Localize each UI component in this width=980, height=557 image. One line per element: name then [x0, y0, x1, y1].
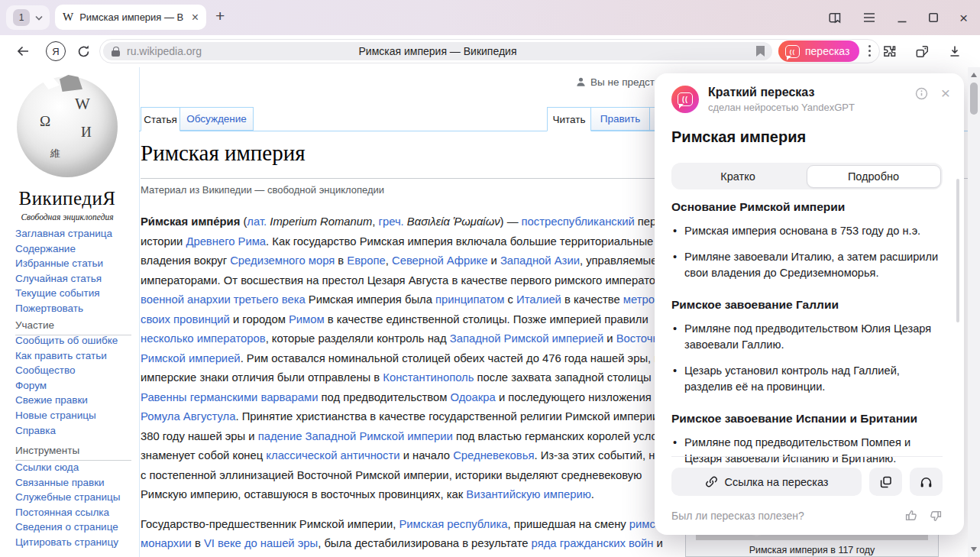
summary-link-button[interactable]: Ссылка на пересказ [671, 468, 862, 496]
user-icon [575, 76, 587, 88]
toggle-brief[interactable]: Кратко [671, 163, 804, 189]
sidebar-item-page-info[interactable]: Сведения о странице [15, 520, 120, 535]
retell-label: пересказ [805, 45, 849, 57]
copy-icon [879, 475, 893, 489]
page-scrollbar[interactable] [968, 67, 980, 557]
retell-button[interactable]: (( пересказ [778, 40, 859, 62]
tab-discussion[interactable]: Обсуждение [180, 107, 254, 131]
headphones-icon [919, 475, 933, 489]
sidebar-item-cite-page[interactable]: Цитировать страницу [15, 535, 120, 550]
side-panel-icon[interactable] [828, 11, 842, 24]
chevron-down-icon [35, 15, 43, 21]
wikipedia-favicon: W [63, 11, 73, 24]
url-field[interactable]: ru.wikipedia.org Римская империя — Викип… [103, 42, 772, 60]
browser-tab[interactable]: W Римская империя — В × [55, 5, 206, 30]
wikipedia-globe-logo[interactable]: W Ω И 維 [17, 76, 118, 177]
infobox-caption: Римская империя в 117 году [686, 545, 938, 555]
tab-article[interactable]: Статья [141, 107, 180, 131]
info-icon[interactable] [914, 86, 929, 101]
collections-icon[interactable] [915, 44, 930, 59]
sidebar-item-special-pages[interactable]: Служебные страницы [15, 490, 120, 505]
tab-group-button[interactable]: 1 [6, 5, 50, 30]
copy-summary-button[interactable] [869, 468, 902, 496]
sidebar-item-forum[interactable]: Форум [15, 378, 118, 393]
sidebar-nav-tools: Ссылки сюда Связанные правки Служебные с… [15, 460, 120, 550]
summary-section-heading: Основание Римской империи [671, 200, 940, 214]
scroll-down-arrow[interactable] [971, 547, 977, 552]
toggle-detailed[interactable]: Подробно [807, 165, 941, 188]
summary-section-heading: Римское завоевание Галлии [671, 298, 940, 312]
thumb-down-icon[interactable] [929, 509, 943, 523]
sidebar-item-donate[interactable]: Пожертвовать [15, 301, 112, 316]
summary-bullet: Римляне под предводительством Юлия Цезар… [671, 321, 940, 354]
panel-subtitle: сделан нейросетью YandexGPT [708, 102, 855, 113]
sidebar-nav-participate: Сообщить об ошибке Как править статьи Со… [15, 333, 118, 438]
article-body: Ри́мская импе́рия (лат. Imperium Romanum… [141, 212, 689, 557]
sidebar-item-how-to-edit[interactable]: Как править статьи [15, 348, 118, 364]
close-icon[interactable]: × [959, 11, 968, 25]
panel-close-icon[interactable]: × [941, 86, 950, 101]
panel-scrollbar[interactable] [956, 179, 959, 322]
lock-icon[interactable] [111, 47, 121, 57]
summary-content: Основание Римской империи Римская импери… [671, 194, 940, 468]
user-status[interactable]: Вы не предст [575, 76, 655, 88]
new-tab-button[interactable]: + [215, 7, 225, 25]
url-text: ru.wikipedia.org [127, 45, 202, 57]
sidebar-item-contents[interactable]: Содержание [15, 241, 112, 257]
tab-close-icon[interactable]: × [192, 11, 199, 24]
extensions-icon[interactable] [882, 44, 897, 59]
feedback-prompt: Был ли пересказ полезен? [671, 510, 804, 522]
address-bar[interactable]: ru.wikipedia.org Римская империя — Викип… [99, 39, 880, 63]
thumb-up-icon[interactable] [904, 509, 918, 523]
sidebar-item-help[interactable]: Справка [15, 423, 118, 439]
summary-section-heading: Римское завоевание Испании и Британии [671, 412, 940, 426]
summary-bullet: Римская империя основана в 753 году до н… [671, 223, 940, 240]
sidebar-item-random[interactable]: Случайная статья [15, 271, 112, 287]
scrollbar-thumb[interactable] [970, 83, 978, 115]
menu-icon[interactable] [862, 12, 876, 23]
sidebar-item-permanent-link[interactable]: Постоянная ссылка [15, 505, 120, 520]
sidebar-item-main-page[interactable]: Заглавная страница [15, 226, 112, 241]
sidebar-item-community[interactable]: Сообщество [15, 363, 118, 378]
back-icon[interactable] [15, 35, 31, 67]
downloads-icon[interactable] [948, 44, 962, 58]
sidebar-item-what-links-here[interactable]: Ссылки сюда [15, 460, 120, 475]
summary-article-title: Римская империя [671, 128, 806, 146]
maximize-icon[interactable] [928, 12, 939, 23]
user-status-label: Вы не предст [590, 76, 655, 88]
tab-edit[interactable]: Править [590, 107, 650, 131]
tab-title: Римская империя — В [79, 11, 185, 23]
minimize-icon[interactable] [897, 12, 907, 23]
sidebar-section-tools: Инструменты [15, 445, 131, 461]
panel-header: (( Краткий пересказ сделан нейросетью Ya… [671, 86, 855, 113]
scroll-up-arrow[interactable] [971, 73, 977, 77]
refresh-icon[interactable] [76, 35, 91, 67]
wikipedia-tagline: Свободная энциклопедия [0, 212, 134, 222]
sidebar-item-current-events[interactable]: Текущие события [15, 286, 112, 301]
wikipedia-wordmark[interactable]: ВикипедиЯ [0, 188, 134, 209]
article-paragraph: Государство-предшественник Римской импер… [141, 515, 689, 557]
panel-divider [671, 456, 943, 457]
title-bar: 1 W Римская империя — В × + × [0, 0, 980, 35]
panel-title: Краткий пересказ [708, 86, 855, 99]
sidebar-item-featured[interactable]: Избранные статьи [15, 256, 112, 271]
summary-panel: (( Краткий пересказ сделан нейросетью Ya… [655, 73, 964, 535]
summary-bullet: Цезарь установил контроль над Галлией, р… [671, 363, 940, 396]
article-paragraph: Ри́мская импе́рия (лат. Imperium Romanum… [141, 212, 689, 505]
sidebar-nav-main: Заглавная страница Содержание Избранные … [15, 226, 112, 316]
sidebar-item-new-pages[interactable]: Новые страницы [15, 408, 118, 423]
sidebar-item-recent-changes[interactable]: Свежие правки [15, 393, 118, 408]
tab-counter[interactable]: 1 [13, 9, 30, 26]
retell-icon: (( [785, 45, 800, 58]
sidebar-item-report-error[interactable]: Сообщить об ошибке [15, 333, 118, 348]
tab-read[interactable]: Читать [547, 107, 591, 131]
browser-toolbar: Я ru.wikipedia.org Римская империя — Вик… [6, 35, 974, 67]
summary-icon: (( [671, 86, 699, 113]
content-left-border [139, 67, 140, 557]
summary-bullet: Римляне завоевали Италию, а затем расшир… [671, 249, 940, 282]
browser-window: 1 W Римская империя — В × + × Я [0, 0, 980, 557]
listen-summary-button[interactable] [910, 468, 943, 496]
sidebar-item-related-changes[interactable]: Связанные правки [15, 475, 120, 491]
yandex-icon[interactable]: Я [46, 35, 66, 67]
more-options-icon[interactable] [868, 45, 871, 57]
